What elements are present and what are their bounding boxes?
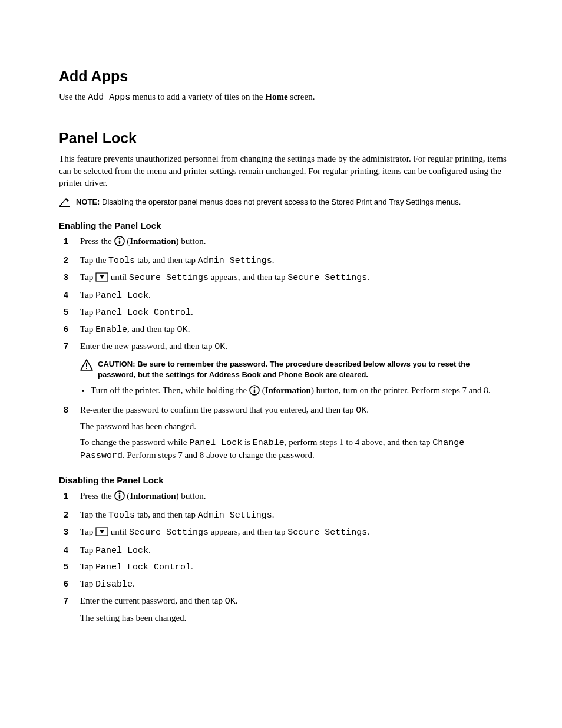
button-label: Information (130, 236, 176, 246)
screen-name: Home (265, 92, 287, 101)
heading-enabling: Enabling the Panel Lock (59, 220, 509, 230)
text: , and then tap (127, 324, 177, 334)
text: ) button. (176, 491, 206, 500)
text: Use the (59, 92, 88, 101)
text: . (148, 545, 151, 555)
note-label: NOTE: (76, 197, 100, 206)
text: Tap (80, 545, 95, 555)
setting-changed-note: The setting has been changed. (80, 612, 509, 624)
ui-label: Panel Lock Control (95, 308, 191, 318)
svg-point-2 (118, 238, 120, 240)
ui-label: Enable (95, 325, 127, 335)
ui-label: Panel Lock (95, 546, 148, 556)
text: . (148, 290, 151, 299)
text: tab, and then tap (135, 255, 198, 265)
text: ) button. (176, 236, 206, 246)
caution-text: CAUTION: Be sure to remember the passwor… (98, 359, 509, 380)
ui-label: Secure Settings (129, 273, 209, 283)
text: . (191, 562, 193, 571)
caution-body: Be sure to remember the password. The pr… (98, 360, 470, 379)
step-2: Tap the Tools tab, and then tap Admin Se… (59, 254, 509, 268)
ui-label: Tools (108, 256, 135, 266)
bullet-item: Turn off the printer. Then, while holdin… (91, 384, 509, 399)
note-block: NOTE: Disabling the operator panel menus… (59, 197, 509, 210)
step-7: Enter the current password, and then tap… (59, 595, 509, 624)
text: . (367, 272, 369, 282)
text: To change the password while (80, 437, 189, 447)
step-3: Tap until Secure Settings appears, and t… (59, 526, 509, 541)
text: appears, and then tap (209, 272, 287, 282)
ui-label: Panel Lock (189, 438, 242, 448)
ui-label: OK (177, 325, 188, 335)
text: tab, and then tap (135, 510, 198, 519)
ui-label: OK (225, 597, 236, 607)
page-content: Add Apps Use the Add Apps menus to add a… (0, 0, 562, 728)
ui-label: Secure Settings (287, 273, 367, 283)
text: ( (260, 386, 265, 395)
disable-steps: Press the (Information) button. Tap the … (59, 490, 509, 624)
information-icon (114, 236, 125, 251)
text: . (188, 324, 190, 334)
panel-lock-intro: This feature prevents unauthorized perso… (59, 153, 509, 189)
text: . (272, 510, 275, 519)
information-icon (114, 490, 125, 505)
svg-rect-9 (254, 389, 255, 393)
ui-label: Panel Lock (95, 291, 148, 301)
text: ) button, turn on the printer. Perform s… (311, 386, 491, 395)
step-7: Enter the new password, and then tap OK.… (59, 340, 509, 399)
bullet-list: Turn off the printer. Then, while holdin… (80, 384, 509, 399)
text: . (272, 255, 275, 265)
heading-add-apps: Add Apps (59, 68, 509, 85)
ui-label: Enable (253, 438, 285, 448)
button-label: Information (130, 491, 176, 500)
down-arrow-button-icon (95, 527, 108, 541)
step-6: Tap Disable. (59, 578, 509, 591)
text: Tap (80, 579, 95, 588)
add-apps-paragraph: Use the Add Apps menus to add a variety … (59, 91, 509, 104)
svg-point-8 (253, 387, 255, 388)
svg-rect-12 (118, 495, 120, 499)
note-text: NOTE: Disabling the operator panel menus… (76, 197, 461, 207)
caution-label: CAUTION: (98, 360, 135, 368)
caution-icon (80, 359, 93, 375)
text: Turn off the printer. Then, while holdin… (91, 386, 249, 395)
button-label: Information (265, 386, 311, 395)
text: Tap (80, 562, 95, 571)
text: Press the (80, 491, 114, 500)
text: Tap (80, 307, 95, 317)
step-1: Press the (Information) button. (59, 490, 509, 505)
text: is (242, 437, 253, 447)
text: appears, and then tap (209, 527, 287, 536)
text: . (236, 596, 238, 605)
svg-rect-0 (59, 206, 70, 207)
text: Tap (80, 324, 95, 334)
text: until (108, 272, 129, 282)
step-3: Tap until Secure Settings appears, and t… (59, 271, 509, 286)
step-4: Tap Panel Lock. (59, 289, 509, 302)
text: menus to add a variety of tiles on the (130, 92, 265, 101)
step-5: Tap Panel Lock Control. (59, 306, 509, 319)
heading-disabling: Disabling the Panel Lock (59, 475, 509, 485)
step-2: Tap the Tools tab, and then tap Admin Se… (59, 509, 509, 522)
text: ( (125, 491, 130, 500)
ui-label: OK (356, 406, 366, 416)
svg-rect-3 (118, 241, 120, 245)
change-password-note: To change the password while Panel Lock … (80, 436, 509, 462)
text: Enter the current password, and then tap (80, 596, 225, 605)
text: Tap the (80, 255, 108, 265)
step-1: Press the (Information) button. (59, 235, 509, 251)
note-icon (59, 197, 71, 210)
step-8: Re-enter the password to confirm the pas… (59, 404, 509, 463)
text: . (225, 341, 227, 351)
ui-label: Secure Settings (287, 528, 367, 538)
ui-label: Admin Settings (198, 256, 272, 266)
svg-rect-5 (86, 363, 87, 367)
text: Tap (80, 272, 95, 282)
text: ( (125, 236, 130, 246)
text: . (133, 579, 135, 588)
menu-name: Add Apps (88, 93, 130, 103)
ui-label: Panel Lock Control (95, 562, 191, 572)
ui-label: Disable (95, 579, 133, 589)
text: until (108, 527, 129, 536)
step-4: Tap Panel Lock. (59, 544, 509, 558)
